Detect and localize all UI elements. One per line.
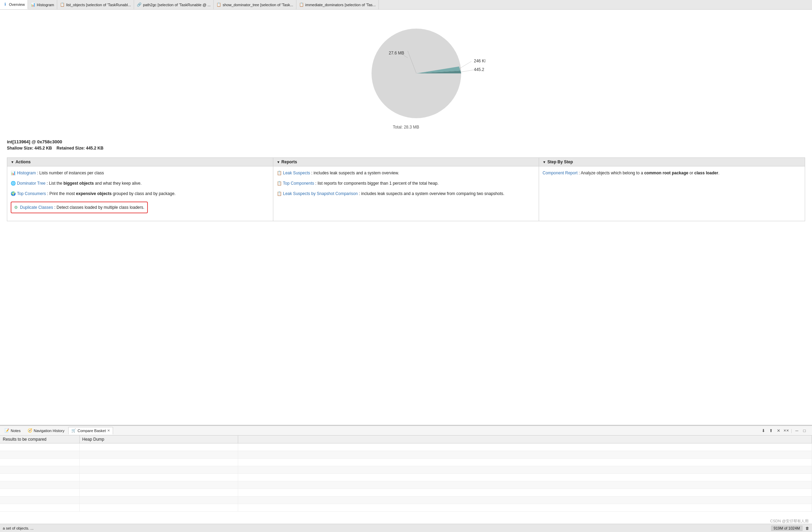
action-top-consumers: 🌍 Top Consumers : Print the most expensi… bbox=[11, 191, 270, 197]
histogram-link[interactable]: Histogram bbox=[17, 171, 36, 175]
reports-arrow-icon: ▼ bbox=[277, 160, 280, 164]
dominator-desc: : List the biggest objects and what they… bbox=[45, 181, 142, 186]
report-top-components: 📋 Top Components : list reports for comp… bbox=[277, 180, 536, 186]
label-line-small bbox=[461, 70, 473, 72]
label-line-medium bbox=[459, 61, 471, 69]
tab-overview-label: Overview bbox=[9, 2, 25, 7]
bottom-tab-compare-basket[interactable]: 🛒 Compare Basket ✕ bbox=[68, 427, 113, 434]
leak-suspects-icon: 📋 bbox=[277, 171, 282, 175]
dominator-action-icon: 🌐 bbox=[11, 181, 16, 186]
component-report-link[interactable]: Component Report bbox=[542, 171, 577, 175]
action-dominator-tree: 🌐 Dominator Tree : List the biggest obje… bbox=[11, 180, 270, 186]
top-consumers-link[interactable]: Top Consumers bbox=[17, 191, 46, 196]
top-consumers-desc: : Print the most expensive objects group… bbox=[46, 191, 175, 196]
tab-histogram[interactable]: 📊 Histogram bbox=[28, 0, 57, 9]
duplicate-classes-icon: ⚙ bbox=[14, 204, 18, 211]
chart-total-label: Total: 28.3 MB bbox=[393, 125, 419, 130]
action-duplicate-classes: ⚙ Duplicate Classes : Detect classes loa… bbox=[11, 201, 270, 213]
table-row bbox=[0, 481, 812, 489]
tab-list-objects[interactable]: 📋 list_objects [selection of 'TaskRunabl… bbox=[57, 0, 134, 9]
table-row bbox=[0, 504, 812, 512]
table-row bbox=[0, 497, 812, 504]
actions-arrow-icon: ▼ bbox=[11, 160, 14, 164]
toolbar-delete-all-btn[interactable]: ✕✕ bbox=[783, 427, 790, 434]
tab-bar: ℹ Overview 📊 Histogram 📋 list_objects [s… bbox=[0, 0, 812, 10]
histogram-action-icon: 📊 bbox=[11, 171, 16, 175]
compare-basket-close-btn[interactable]: ✕ bbox=[107, 429, 110, 432]
bottom-tab-notes-label: Notes bbox=[11, 429, 21, 433]
leak-snapshot-icon: 📋 bbox=[277, 191, 282, 196]
component-report-desc: : Analyze objects which belong to a comm… bbox=[578, 171, 720, 175]
toolbar-down-btn[interactable]: ⬇ bbox=[760, 427, 767, 434]
object-title: int[113964] @ 0x758c3000 bbox=[7, 139, 805, 144]
step-arrow-icon: ▼ bbox=[542, 160, 546, 164]
leak-suspects-link[interactable]: Leak Suspects bbox=[283, 171, 310, 175]
action-histogram: 📊 Histogram : Lists number of instances … bbox=[11, 170, 270, 176]
retained-value: 445.2 KB bbox=[86, 146, 103, 151]
retained-label: Retained Size: bbox=[57, 146, 85, 151]
watermark: CSDN @安仔帮有人用 bbox=[770, 519, 809, 524]
section-reports-header[interactable]: ▼ Reports bbox=[273, 158, 539, 166]
histogram-icon: 📊 bbox=[31, 2, 35, 7]
section-reports-label: Reports bbox=[282, 160, 297, 164]
leak-snapshot-link[interactable]: Leak Suspects by Snapshot Comparison bbox=[283, 191, 358, 196]
tab-immediate-dom-label: immediate_dominators [selection of 'Tas.… bbox=[305, 3, 376, 7]
section-step-label: Step By Step bbox=[547, 160, 573, 164]
section-step-header[interactable]: ▼ Step By Step bbox=[539, 158, 805, 166]
duplicate-classes-link[interactable]: Duplicate Classes bbox=[20, 205, 53, 210]
table-row bbox=[0, 443, 812, 451]
immediate-dom-icon: 📋 bbox=[299, 2, 304, 7]
table-row bbox=[0, 451, 812, 459]
tab-immediate-dom[interactable]: 📋 immediate_dominators [selection of 'Ta… bbox=[296, 0, 379, 9]
bottom-content: Results to be compared Heap Dump bbox=[0, 436, 812, 532]
table-row bbox=[0, 474, 812, 481]
dominator-tree-link[interactable]: Dominator Tree bbox=[17, 181, 45, 186]
sections-container: ▼ Actions 📊 Histogram : Lists number of … bbox=[7, 157, 805, 221]
section-actions: ▼ Actions 📊 Histogram : Lists number of … bbox=[7, 158, 273, 221]
step-component-report: Component Report : Analyze objects which… bbox=[542, 170, 801, 176]
bottom-panel: 📝 Notes 🧭 Navigation History 🛒 Compare B… bbox=[0, 425, 812, 532]
section-actions-body: 📊 Histogram : Lists number of instances … bbox=[7, 166, 273, 221]
pie-chart: 27.6 MB 246 KB 445.2 KB bbox=[347, 20, 485, 120]
bottom-tab-bar: 📝 Notes 🧭 Navigation History 🛒 Compare B… bbox=[0, 426, 812, 436]
label-large-text: 27.6 MB bbox=[389, 51, 404, 55]
table-row bbox=[0, 489, 812, 497]
tab-path2gc-label: path2gc [selection of 'TaskRunable @ ... bbox=[143, 3, 211, 7]
histogram-desc: : Lists number of instances per class bbox=[36, 171, 104, 175]
nav-history-icon: 🧭 bbox=[28, 428, 32, 433]
toolbar-up-btn[interactable]: ⬆ bbox=[768, 427, 774, 434]
toolbar-minimize-btn[interactable]: ─ bbox=[793, 427, 800, 434]
toolbar-delete-btn[interactable]: ✕ bbox=[775, 427, 782, 434]
top-components-link[interactable]: Top Components bbox=[283, 181, 314, 186]
col-heap: Heap Dump bbox=[79, 436, 238, 443]
bottom-tab-notes[interactable]: 📝 Notes bbox=[1, 427, 24, 434]
tab-overview[interactable]: ℹ Overview bbox=[0, 0, 28, 9]
bottom-toolbar: ⬇ ⬆ ✕ ✕✕ | ─ □ bbox=[760, 427, 811, 434]
section-actions-header[interactable]: ▼ Actions bbox=[7, 158, 273, 166]
tab-show-dominator[interactable]: 📋 show_dominator_tree [selection of 'Tas… bbox=[214, 0, 296, 9]
shallow-label: Shallow Size: bbox=[7, 146, 33, 151]
report-leak-suspects: 📋 Leak Suspects : includes leak suspects… bbox=[277, 170, 536, 176]
notes-icon: 📝 bbox=[4, 428, 9, 433]
section-actions-label: Actions bbox=[16, 160, 31, 164]
list-objects-icon: 📋 bbox=[60, 2, 65, 7]
col-results: Results to be compared bbox=[0, 436, 79, 443]
chart-area: 27.6 MB 246 KB 445.2 KB Total: 28.3 MB bbox=[7, 13, 805, 136]
toolbar-separator: | bbox=[791, 428, 792, 433]
bottom-tab-nav-history[interactable]: 🧭 Navigation History bbox=[24, 427, 68, 434]
duplicate-classes-desc: : Detect classes loaded by multiple clas… bbox=[53, 205, 144, 210]
status-right: 919M of 1024M 🗑 bbox=[771, 525, 809, 531]
toolbar-maximize-btn[interactable]: □ bbox=[801, 427, 808, 434]
table-row bbox=[0, 459, 812, 466]
label-small-text: 445.2 KB bbox=[474, 67, 485, 72]
memory-badge: 919M of 1024M bbox=[771, 525, 803, 531]
path2gc-icon: 🔗 bbox=[137, 2, 142, 7]
compare-basket-icon: 🛒 bbox=[71, 428, 76, 433]
duplicate-classes-box: ⚙ Duplicate Classes : Detect classes loa… bbox=[11, 202, 148, 213]
pie-chart-container: 27.6 MB 246 KB 445.2 KB bbox=[347, 20, 465, 123]
status-left-text: a set of objects. ... bbox=[3, 526, 771, 530]
tab-path2gc[interactable]: 🔗 path2gc [selection of 'TaskRunable @ .… bbox=[134, 0, 214, 9]
shallow-value: 445.2 KB bbox=[34, 146, 52, 151]
report-leak-snapshot: 📋 Leak Suspects by Snapshot Comparison :… bbox=[277, 191, 536, 197]
compare-table: Results to be compared Heap Dump bbox=[0, 436, 812, 512]
